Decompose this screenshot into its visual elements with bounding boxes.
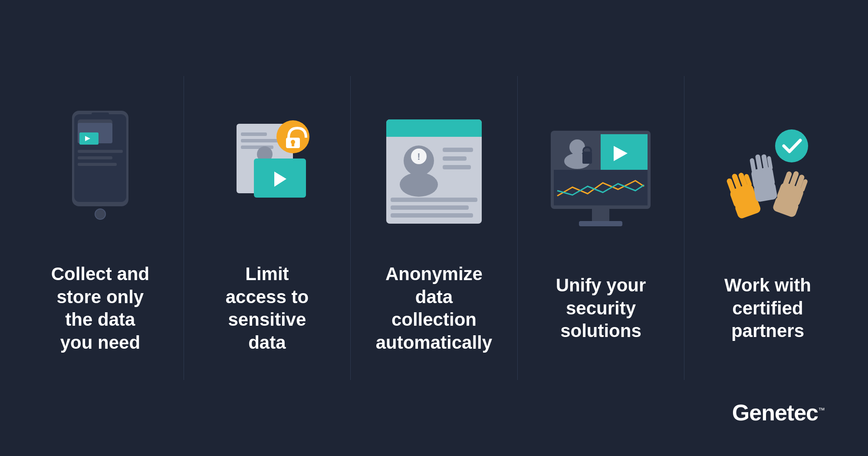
divider-3 bbox=[517, 76, 518, 380]
svg-rect-62 bbox=[750, 158, 756, 173]
card-anonymize-label: Anonymize data collection automatically bbox=[376, 263, 492, 354]
svg-rect-9 bbox=[78, 156, 112, 159]
card-collect: Collect and store only the data you need bbox=[26, 102, 174, 354]
svg-rect-34 bbox=[391, 205, 469, 210]
main-container: Collect and store only the data you need bbox=[22, 22, 846, 434]
icon-area-collect bbox=[26, 102, 174, 241]
divider-4 bbox=[684, 76, 684, 380]
svg-point-27 bbox=[400, 172, 438, 197]
icon-area-work bbox=[694, 113, 842, 252]
card-anonymize: ! Anonymize data collection automaticall… bbox=[360, 102, 508, 354]
svg-point-3 bbox=[95, 209, 105, 219]
handshake-icon bbox=[707, 122, 829, 244]
svg-rect-35 bbox=[391, 213, 473, 218]
svg-rect-13 bbox=[241, 139, 280, 142]
svg-rect-33 bbox=[391, 198, 477, 202]
svg-rect-12 bbox=[241, 132, 267, 136]
svg-rect-2 bbox=[92, 112, 109, 115]
svg-rect-30 bbox=[443, 148, 473, 152]
svg-rect-45 bbox=[592, 209, 609, 222]
files-lock-icon bbox=[210, 111, 323, 232]
icon-area-limit bbox=[193, 102, 341, 241]
phone-icon bbox=[61, 106, 139, 237]
svg-rect-41 bbox=[582, 152, 592, 164]
profile-card-icon: ! bbox=[380, 111, 488, 232]
svg-point-19 bbox=[276, 120, 309, 153]
monitor-icon bbox=[544, 122, 657, 244]
card-limit: Limit access to sensitive data bbox=[193, 102, 341, 354]
svg-rect-46 bbox=[579, 221, 622, 226]
icon-area-unify bbox=[527, 113, 674, 252]
divider-2 bbox=[350, 76, 351, 380]
svg-text:!: ! bbox=[417, 151, 420, 162]
svg-rect-22 bbox=[292, 143, 294, 146]
icon-area-anonymize: ! bbox=[360, 102, 508, 241]
card-work: Work with certified partners bbox=[694, 113, 842, 343]
svg-rect-8 bbox=[78, 150, 123, 153]
svg-rect-32 bbox=[443, 165, 471, 169]
svg-rect-10 bbox=[78, 163, 117, 166]
svg-rect-44 bbox=[554, 170, 648, 205]
svg-rect-25 bbox=[386, 130, 482, 137]
card-collect-label: Collect and store only the data you need bbox=[51, 263, 149, 354]
divider-1 bbox=[184, 76, 184, 380]
svg-rect-31 bbox=[443, 156, 467, 161]
card-limit-label: Limit access to sensitive data bbox=[226, 263, 309, 354]
logo-text: Genetec™ bbox=[732, 400, 825, 425]
card-unify: Unify your security solutions bbox=[527, 113, 674, 343]
svg-point-47 bbox=[775, 129, 808, 162]
card-unify-label: Unify your security solutions bbox=[556, 274, 646, 343]
card-work-label: Work with certified partners bbox=[724, 274, 811, 343]
logo-area: Genetec™ bbox=[732, 400, 825, 426]
